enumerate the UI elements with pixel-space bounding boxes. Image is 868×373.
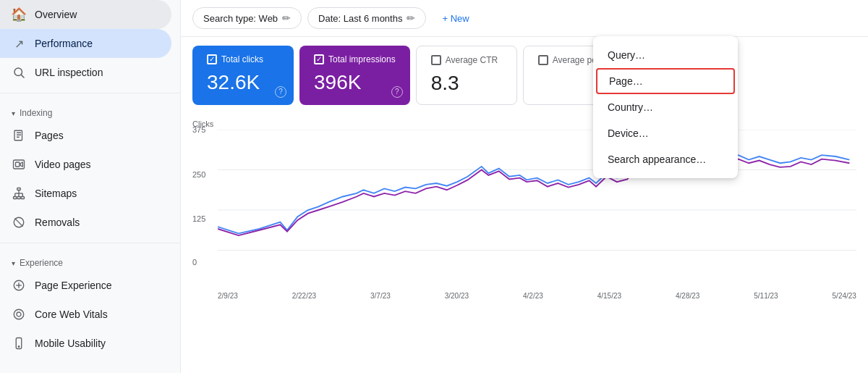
sitemaps-icon: [12, 186, 26, 201]
metric-card-total-impressions[interactable]: Total impressions 396K ?: [299, 46, 410, 105]
sidebar-label-page-experience: Page Experience: [35, 280, 112, 291]
x-label-6: 4/15/23: [597, 292, 621, 300]
dropdown-item-page[interactable]: Page…: [596, 68, 735, 94]
pages-icon: [12, 128, 26, 143]
metric-checkbox-impressions: [314, 54, 324, 64]
removals-icon: [12, 215, 26, 230]
toolbar: Search type: Web ✏ Date: Last 6 months ✏…: [181, 0, 868, 37]
sidebar-item-video-pages[interactable]: Video pages: [0, 150, 171, 179]
url-inspection-icon: [12, 65, 26, 80]
core-web-vitals-icon: [12, 307, 26, 322]
sidebar-label-removals: Removals: [35, 217, 80, 228]
mobile-usability-icon: [12, 336, 26, 351]
sidebar-item-url-inspection[interactable]: URL inspection: [0, 58, 171, 87]
section-collapse-icon-2: ▾: [12, 259, 15, 267]
metric-help-impressions: ?: [391, 86, 403, 98]
sidebar-label-url-inspection: URL inspection: [35, 67, 103, 78]
metric-value-ctr: 8.3: [431, 71, 502, 96]
y-tick-0: 0: [192, 258, 197, 267]
x-label-3: 3/7/23: [370, 292, 391, 300]
svg-line-1: [21, 75, 24, 77]
performance-icon: ↗: [12, 36, 26, 51]
chart-container: 375 250 125 0: [192, 130, 856, 289]
search-type-edit-icon: ✏: [282, 12, 291, 24]
metric-checkbox-clicks: [207, 54, 217, 64]
svg-point-0: [14, 68, 22, 76]
search-type-filter[interactable]: Search type: Web ✏: [192, 7, 302, 29]
sidebar-item-sitemaps[interactable]: Sitemaps: [0, 179, 171, 208]
metric-value-clicks: 32.6K: [207, 70, 279, 95]
sidebar-item-mobile-usability[interactable]: Mobile Usability: [0, 329, 171, 358]
y-tick-250: 250: [192, 170, 205, 179]
main-content: Search type: Web ✏ Date: Last 6 months ✏…: [181, 0, 868, 373]
date-label: Date: Last 6 months: [318, 13, 402, 24]
svg-rect-6: [14, 197, 17, 199]
home-icon: 🏠: [12, 7, 26, 22]
sidebar-label-pages: Pages: [35, 130, 64, 141]
y-tick-375: 375: [192, 125, 205, 134]
x-label-4: 3/20/23: [445, 292, 469, 300]
section-label-experience: ▾ Experience: [0, 249, 180, 271]
dropdown-item-search-appearance[interactable]: Search appearance…: [593, 146, 738, 172]
metric-label-ctr: Average CTR: [431, 55, 502, 65]
chart-x-labels: 2/9/23 2/22/23 3/7/23 3/20/23 4/2/23 4/1…: [192, 289, 856, 300]
y-tick-125: 125: [192, 214, 205, 223]
divider-1: [0, 93, 180, 93]
metric-label-clicks: Total clicks: [207, 54, 279, 64]
sidebar-label-video-pages: Video pages: [35, 159, 91, 170]
dropdown-menu: Query… Page… Country… Device… Search app…: [593, 36, 738, 178]
metric-label-impressions: Total impressions: [314, 54, 396, 64]
sidebar-label-mobile-usability: Mobile Usability: [35, 338, 106, 349]
metric-help-clicks: ?: [275, 86, 286, 98]
date-filter[interactable]: Date: Last 6 months ✏: [307, 7, 426, 29]
svg-point-22: [18, 346, 20, 348]
sidebar-label-overview: Overview: [35, 9, 77, 20]
chart-svg: [218, 130, 856, 264]
x-label-7: 4/28/23: [676, 292, 699, 300]
metric-checkbox-ctr: [431, 55, 441, 65]
section-label-indexing: ▾ Indexing: [0, 99, 180, 121]
sidebar-item-pages[interactable]: Pages: [0, 121, 171, 150]
x-label-8: 5/11/23: [754, 292, 778, 300]
x-label-2: 2/22/23: [292, 292, 316, 300]
sidebar-label-sitemaps: Sitemaps: [35, 188, 77, 199]
chart-area: Clicks 375 250 125 0 2/9/23 2/22: [181, 114, 868, 373]
svg-point-19: [14, 309, 24, 319]
svg-line-15: [14, 218, 22, 226]
add-filter-button[interactable]: + New: [432, 9, 479, 28]
metric-value-impressions: 396K: [314, 70, 396, 95]
svg-rect-8: [21, 197, 25, 199]
sidebar-label-performance: Performance: [35, 38, 93, 49]
svg-rect-7: [17, 197, 21, 199]
sidebar-item-removals[interactable]: Removals: [0, 208, 171, 237]
page-experience-icon: [12, 278, 26, 293]
x-label-5: 4/2/23: [523, 292, 543, 300]
dropdown-item-country[interactable]: Country…: [593, 94, 738, 120]
dropdown-item-query[interactable]: Query…: [593, 42, 738, 68]
sidebar-item-page-experience[interactable]: Page Experience: [0, 271, 171, 300]
metric-card-total-clicks[interactable]: Total clicks 32.6K ?: [192, 46, 294, 105]
sidebar-item-performance[interactable]: ↗ Performance: [0, 29, 171, 58]
svg-rect-5: [17, 188, 21, 190]
sidebar-item-overview[interactable]: 🏠 Overview: [0, 0, 171, 29]
metric-checkbox-position: [538, 55, 548, 65]
sidebar: 🏠 Overview ↗ Performance URL inspection …: [0, 0, 181, 373]
chart-y-label: Clicks: [192, 120, 856, 128]
video-pages-icon: [12, 157, 26, 172]
add-filter-label: + New: [442, 13, 469, 24]
date-edit-icon: ✏: [407, 12, 415, 24]
sidebar-item-core-web-vitals[interactable]: Core Web Vitals: [0, 300, 171, 329]
svg-point-20: [17, 312, 21, 317]
metric-card-ctr[interactable]: Average CTR 8.3: [416, 46, 517, 105]
sidebar-label-core-web-vitals: Core Web Vitals: [35, 309, 108, 320]
divider-2: [0, 243, 180, 243]
svg-rect-4: [16, 162, 20, 167]
x-label-1: 2/9/23: [218, 292, 238, 300]
section-collapse-icon: ▾: [12, 109, 15, 117]
svg-rect-2: [14, 130, 22, 141]
dropdown-item-device[interactable]: Device…: [593, 120, 738, 146]
search-type-label: Search type: Web: [203, 13, 278, 24]
x-label-9: 5/24/23: [833, 292, 856, 300]
metric-cards: Total clicks 32.6K ? Total impressions 3…: [181, 37, 868, 114]
